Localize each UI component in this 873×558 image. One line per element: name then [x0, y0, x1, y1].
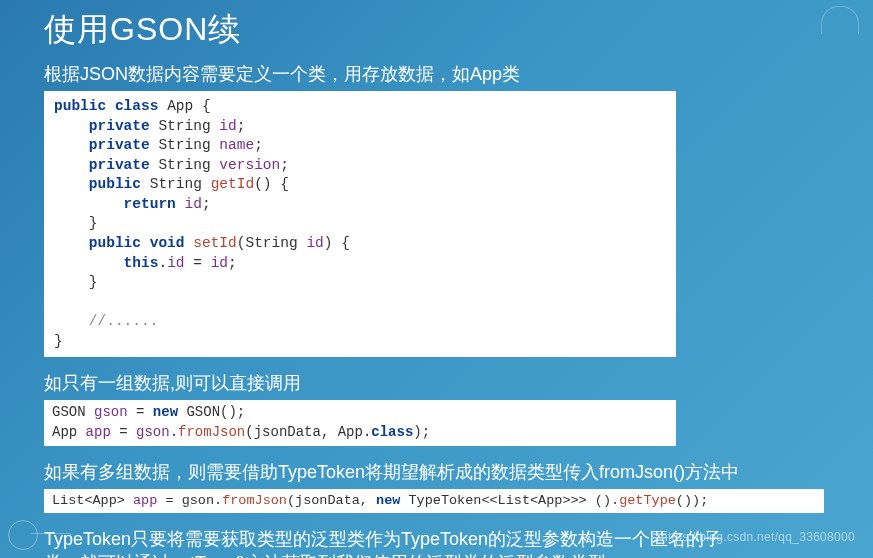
- code-token: );: [413, 424, 430, 440]
- text: 方法获取到我们使用的泛型类的泛型参数类型: [246, 553, 606, 558]
- code-token: private: [54, 137, 150, 153]
- code-token: gson: [94, 404, 128, 420]
- code-token: .: [158, 255, 167, 271]
- slide-title: 使用GSON续: [0, 0, 873, 54]
- code-token: String: [150, 157, 220, 173]
- text: JSON: [80, 64, 128, 84]
- code-token: private: [54, 118, 150, 134]
- watermark: https://blog.csdn.net/qq_33608000: [661, 530, 855, 544]
- decoration-bottom-circle: [8, 520, 38, 550]
- code-token: name: [219, 137, 254, 153]
- text: 方法中: [685, 462, 739, 482]
- code-token: class: [106, 98, 158, 114]
- code-token: private: [54, 157, 150, 173]
- code-token: (jsonData, App.: [245, 424, 371, 440]
- code-token: ;: [202, 196, 211, 212]
- text: 根据: [44, 64, 80, 84]
- code-block-app-class: public class App { private String id; pr…: [44, 91, 676, 357]
- code-token: void: [141, 235, 185, 251]
- code-token: return: [54, 196, 176, 212]
- code-token: () {: [254, 176, 289, 192]
- code-token: ());: [676, 493, 708, 508]
- code-token: .: [170, 424, 178, 440]
- code-token: class: [371, 424, 413, 440]
- text: 数据内容需要定义一个类，用存放数据，如: [128, 64, 470, 84]
- code-block-single: GSON gson = new GSON(); App app = gson.f…: [44, 400, 676, 445]
- text: 如果有多组数据，则需要借助: [44, 462, 278, 482]
- text: TypeToken: [278, 462, 365, 482]
- code-token: version: [219, 157, 280, 173]
- text: 只要将需要获取类型的泛型类作为: [131, 529, 401, 549]
- code-token: }: [54, 215, 98, 231]
- code-token: =: [185, 255, 211, 271]
- code-token: new: [376, 493, 400, 508]
- code-token: app: [133, 493, 157, 508]
- code-token: ;: [280, 157, 289, 173]
- code-token: getType: [619, 493, 676, 508]
- section3-title: 如果有多组数据，则需要借助TypeToken将期望解析成的数据类型传入fromJ…: [0, 452, 873, 487]
- code-token: ;: [237, 118, 246, 134]
- code-token: this: [54, 255, 158, 271]
- code-token: ;: [228, 255, 237, 271]
- code-token: App: [52, 424, 86, 440]
- code-token: fromJson: [178, 424, 245, 440]
- code-token: TypeToken<<List<App>>> ().: [400, 493, 619, 508]
- text: TypeToken: [401, 529, 488, 549]
- code-token: (String: [237, 235, 307, 251]
- code-token: //......: [54, 313, 158, 329]
- code-token: GSON();: [178, 404, 245, 420]
- code-token: id: [211, 255, 228, 271]
- code-token: id: [176, 196, 202, 212]
- code-token: public: [54, 235, 141, 251]
- code-token: ;: [254, 137, 263, 153]
- text: 将期望解析成的数据类型传入: [365, 462, 599, 482]
- code-token: (jsonData,: [287, 493, 376, 508]
- code-token: id: [306, 235, 323, 251]
- code-block-typetoken: List<App> app = gson.fromJson(jsonData, …: [44, 489, 824, 514]
- code-token: new: [153, 404, 178, 420]
- code-token: List<App>: [52, 493, 133, 508]
- code-token: ) {: [324, 235, 350, 251]
- code-token: =: [111, 424, 136, 440]
- code-token: App {: [158, 98, 210, 114]
- code-token: public: [54, 98, 106, 114]
- code-token: gson: [136, 424, 170, 440]
- section2-title: 如只有一组数据,则可以直接调用: [0, 363, 873, 398]
- code-token: String: [150, 118, 220, 134]
- code-token: GSON: [52, 404, 94, 420]
- text: 类，就可以通过: [44, 553, 170, 558]
- code-token: String: [150, 137, 220, 153]
- code-token: = gson.: [157, 493, 222, 508]
- code-token: =: [128, 404, 153, 420]
- code-token: setId: [185, 235, 237, 251]
- code-token: String: [141, 176, 211, 192]
- code-token: app: [86, 424, 111, 440]
- code-token: getId: [211, 176, 255, 192]
- code-token: }: [54, 274, 98, 290]
- text: getType(): [170, 553, 246, 558]
- code-token: id: [219, 118, 236, 134]
- text: App: [470, 64, 502, 84]
- decoration-top-arc: [821, 6, 859, 34]
- code-token: }: [54, 333, 63, 349]
- code-token: public: [54, 176, 141, 192]
- code-token: fromJson: [222, 493, 287, 508]
- text: 类: [502, 64, 520, 84]
- text: fromJson(): [599, 462, 685, 482]
- code-token: id: [167, 255, 184, 271]
- section1-title: 根据JSON数据内容需要定义一个类，用存放数据，如App类: [0, 54, 873, 89]
